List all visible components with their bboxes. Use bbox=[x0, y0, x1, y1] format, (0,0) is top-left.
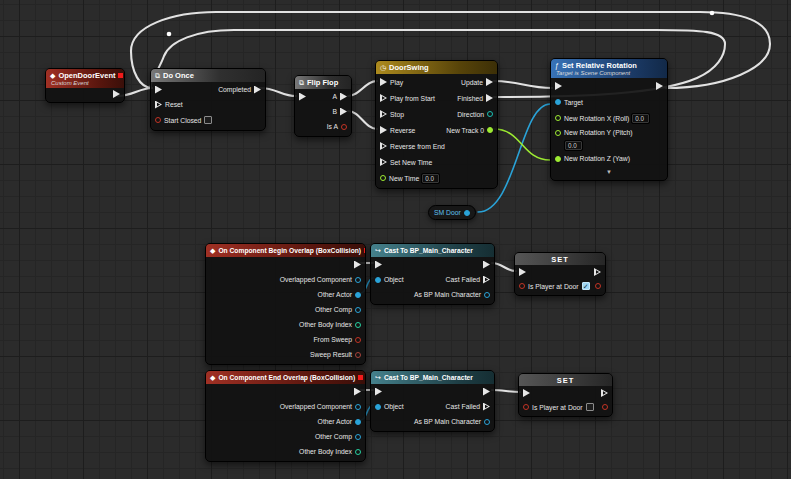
macro-icon: ⧉ bbox=[155, 72, 160, 80]
object-out-other-comp-pin[interactable] bbox=[355, 307, 361, 313]
exec-in-pin[interactable] bbox=[155, 86, 162, 94]
node-flip-flop[interactable]: ⧉ Flip Flop A B Is A bbox=[294, 75, 352, 137]
roll-value-input[interactable]: 0.0 bbox=[632, 114, 649, 123]
pin-row: Other Comp bbox=[206, 429, 365, 444]
pin-row: B bbox=[295, 104, 351, 119]
pin-label-cast-failed: Cast Failed bbox=[446, 276, 480, 283]
exec-in-reverse-from-end-pin[interactable] bbox=[380, 142, 387, 150]
exec-out-cast-failed-pin[interactable] bbox=[483, 403, 490, 411]
float-in-yaw-pin[interactable] bbox=[555, 156, 561, 162]
node-set-is-player-at-door-begin[interactable]: SET Is Player at Door ✓ bbox=[514, 252, 606, 296]
is-player-at-door-checkbox[interactable]: ✓ bbox=[582, 282, 590, 290]
pin-row: As BP Main Character bbox=[371, 414, 494, 429]
int-out-other-body-index-pin[interactable] bbox=[355, 322, 361, 328]
exec-out-pin[interactable] bbox=[354, 388, 361, 396]
exec-out-pin[interactable] bbox=[601, 389, 608, 397]
node-do-once[interactable]: ⧉ Do Once Completed Reset Start Closed bbox=[150, 68, 266, 131]
node-set-relative-rotation[interactable]: ƒ Set Relative Rotation Target is Scene … bbox=[550, 58, 668, 181]
exec-in-reverse-pin[interactable] bbox=[380, 126, 387, 134]
pin-row bbox=[519, 386, 612, 400]
node-door-swing-timeline[interactable]: ◷ DoorSwing Play Update Play from Start … bbox=[375, 60, 498, 189]
pin-label-reset: Reset bbox=[165, 101, 183, 108]
pin-row: Other Actor bbox=[206, 414, 365, 429]
exec-in-pin[interactable] bbox=[299, 93, 306, 101]
node-header: ↪ Cast To BP_Main_Character bbox=[371, 371, 494, 384]
node-header: SET bbox=[519, 374, 612, 386]
exec-out-pin[interactable] bbox=[656, 82, 663, 90]
exec-out-b-pin[interactable] bbox=[340, 108, 347, 116]
object-out-other-comp-pin[interactable] bbox=[355, 434, 361, 440]
exec-out-pin[interactable] bbox=[483, 388, 490, 396]
node-cast-to-bp-main-character-end[interactable]: ↪ Cast To BP_Main_Character Object Cast … bbox=[370, 370, 495, 432]
pin-label-cast-failed: Cast Failed bbox=[446, 403, 480, 410]
object-out-overlapped-component-pin[interactable] bbox=[355, 277, 361, 283]
header-line: ƒ Set Relative Rotation bbox=[555, 61, 663, 70]
pin-row: Overlapped Component bbox=[206, 399, 365, 414]
exec-in-pin[interactable] bbox=[375, 388, 382, 396]
exec-out-completed-pin[interactable] bbox=[254, 86, 261, 94]
pitch-value-input[interactable]: 0.0 bbox=[565, 141, 582, 150]
pin-label-new-rotation-x: New Rotation X (Roll) bbox=[564, 115, 629, 122]
function-icon: ƒ bbox=[555, 62, 559, 69]
is-player-at-door-checkbox[interactable] bbox=[586, 403, 594, 411]
object-out-other-actor-pin[interactable] bbox=[355, 292, 361, 298]
bool-in-is-player-at-door-pin[interactable] bbox=[523, 404, 529, 410]
node-set-is-player-at-door-end[interactable]: SET Is Player at Door bbox=[518, 373, 613, 417]
exec-in-pin[interactable] bbox=[523, 389, 530, 397]
node-end-overlap-event[interactable]: ◆ On Component End Overlap (BoxCollision… bbox=[205, 370, 366, 462]
struct-out-sweep-result-pin[interactable] bbox=[355, 352, 361, 358]
object-out-overlapped-component-pin[interactable] bbox=[355, 404, 361, 410]
object-out-other-actor-pin[interactable] bbox=[355, 419, 361, 425]
enum-out-direction-pin[interactable] bbox=[487, 111, 493, 117]
node-cast-to-bp-main-character-begin[interactable]: ↪ Cast To BP_Main_Character Object Cast … bbox=[370, 243, 495, 305]
node-header: ◆ On Component Begin Overlap (BoxCollisi… bbox=[206, 244, 365, 257]
exec-in-pin[interactable] bbox=[375, 261, 382, 269]
int-out-other-body-index-pin[interactable] bbox=[355, 449, 361, 455]
node-begin-overlap-event[interactable]: ◆ On Component Begin Overlap (BoxCollisi… bbox=[205, 243, 366, 365]
exec-in-pin[interactable] bbox=[519, 268, 526, 276]
object-in-pin[interactable] bbox=[375, 277, 381, 283]
object-out-as-character-pin[interactable] bbox=[484, 292, 490, 298]
exec-out-update-pin[interactable] bbox=[486, 78, 493, 86]
exec-in-set-new-time-pin[interactable] bbox=[380, 158, 387, 166]
bool-out-pin[interactable] bbox=[602, 404, 608, 410]
new-time-value-input[interactable]: 0.0 bbox=[422, 174, 439, 183]
blueprint-graph-canvas[interactable]: ◆ OpenDoorEvent Custom Event ⧉ Do Once C… bbox=[0, 0, 791, 479]
pin-row bbox=[371, 257, 494, 272]
float-in-new-time-pin[interactable] bbox=[380, 175, 386, 181]
pin-row: A bbox=[295, 89, 351, 104]
object-in-pin[interactable] bbox=[375, 404, 381, 410]
bool-out-pin[interactable] bbox=[595, 283, 601, 289]
pin-row: Start Closed bbox=[151, 112, 265, 128]
bool-in-start-closed-pin[interactable] bbox=[155, 117, 161, 123]
exec-out-pin[interactable] bbox=[354, 261, 361, 269]
exec-in-pin[interactable] bbox=[555, 82, 562, 90]
pin-label-from-sweep: From Sweep bbox=[313, 336, 352, 343]
exec-out-a-pin[interactable] bbox=[340, 93, 347, 101]
object-in-target-pin[interactable] bbox=[555, 99, 561, 105]
pin-label-other-body-index: Other Body Index bbox=[299, 448, 352, 455]
object-out-as-character-pin[interactable] bbox=[484, 419, 490, 425]
exec-out-pin[interactable] bbox=[594, 268, 601, 276]
node-open-door-event[interactable]: ◆ OpenDoorEvent Custom Event bbox=[45, 68, 125, 103]
exec-out-finished-pin[interactable] bbox=[486, 94, 493, 102]
object-out-pin[interactable] bbox=[464, 210, 470, 216]
float-in-roll-pin[interactable] bbox=[555, 115, 561, 121]
exec-in-stop-pin[interactable] bbox=[380, 110, 387, 118]
exec-in-reset-pin[interactable] bbox=[155, 101, 162, 109]
exec-out-pin[interactable] bbox=[113, 90, 120, 98]
chevron-down-icon[interactable]: ▼ bbox=[606, 169, 612, 175]
node-sm-door-variable[interactable]: SM Door bbox=[428, 205, 476, 220]
bool-out-from-sweep-pin[interactable] bbox=[355, 337, 361, 343]
float-in-pitch-pin[interactable] bbox=[555, 130, 561, 136]
node-title: On Component End Overlap (BoxCollision) bbox=[218, 374, 355, 381]
exec-out-cast-failed-pin[interactable] bbox=[483, 276, 490, 284]
float-out-new-track-0-pin[interactable] bbox=[487, 127, 493, 133]
exec-out-pin[interactable] bbox=[483, 261, 490, 269]
bool-out-is-a-pin[interactable] bbox=[341, 124, 347, 130]
exec-in-play-from-start-pin[interactable] bbox=[380, 94, 387, 102]
start-closed-checkbox[interactable] bbox=[204, 116, 212, 124]
pin-row bbox=[371, 384, 494, 399]
bool-in-is-player-at-door-pin[interactable] bbox=[519, 283, 525, 289]
exec-in-play-pin[interactable] bbox=[380, 78, 387, 86]
